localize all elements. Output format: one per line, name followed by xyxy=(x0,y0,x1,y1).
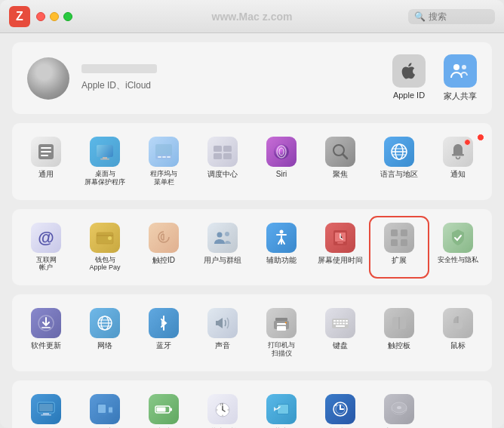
grid-item-users[interactable]: 用户与群组 xyxy=(195,218,250,277)
svg-rect-12 xyxy=(158,156,161,158)
svg-rect-94 xyxy=(278,405,288,414)
grid-item-mouse[interactable]: 鼠标 xyxy=(430,303,486,362)
screentime-icon xyxy=(325,223,355,253)
svg-rect-41 xyxy=(391,229,398,236)
notification-icon xyxy=(443,137,473,167)
svg-rect-13 xyxy=(162,156,166,158)
grid-item-touch[interactable]: 触控ID xyxy=(136,218,192,277)
svg-rect-17 xyxy=(214,153,222,159)
grid-item-spotlight[interactable]: 聚焦 xyxy=(312,132,368,191)
svg-rect-43 xyxy=(391,239,398,246)
system-preferences-window: Z www.Mac z.com 系统偏好设置 🔍 Apple ID、iCloud xyxy=(0,0,504,428)
svg-rect-8 xyxy=(103,157,107,159)
grid-item-security[interactable]: 安全性与隐私 xyxy=(430,218,486,277)
grid-item-bluetooth[interactable]: 蓝牙 xyxy=(136,303,192,362)
apple-id-icon-item[interactable]: Apple ID xyxy=(392,54,426,102)
window-title: 系统偏好设置 xyxy=(223,10,281,23)
search-box[interactable]: 🔍 xyxy=(408,9,495,24)
grid-item-internet[interactable]: @ 互联网帐户 xyxy=(18,218,74,277)
svg-rect-57 xyxy=(277,323,286,325)
grid-item-mission[interactable]: 调度中心 xyxy=(195,132,250,191)
grid-item-battery[interactable]: 电池 xyxy=(136,390,192,428)
svg-point-37 xyxy=(280,229,284,233)
close-button[interactable] xyxy=(36,12,45,21)
grid-item-display[interactable]: 显示器 xyxy=(18,390,74,428)
grid-item-language[interactable]: 语言与地区 xyxy=(371,132,427,191)
svg-point-36 xyxy=(225,232,229,236)
grid-item-software[interactable]: 软件更新 xyxy=(18,303,74,362)
svg-rect-64 xyxy=(346,320,348,322)
mouse-icon xyxy=(443,308,473,338)
desktop-label: 桌面与屏幕保护程序 xyxy=(85,170,125,186)
grid-item-desktop[interactable]: 桌面与屏幕保护程序 xyxy=(77,132,133,191)
svg-rect-3 xyxy=(41,147,51,149)
svg-rect-84 xyxy=(170,408,172,411)
users-label: 用户与群组 xyxy=(204,256,241,265)
grid-item-handoff[interactable]: 随航 xyxy=(77,390,133,428)
grid-item-notification[interactable]: 通知 xyxy=(430,132,486,191)
search-input[interactable] xyxy=(429,11,489,22)
svg-rect-14 xyxy=(167,156,171,158)
svg-rect-16 xyxy=(223,146,232,152)
notification-label: 通知 xyxy=(450,170,466,179)
grid-item-screentime[interactable]: 屏幕使用时间 xyxy=(312,218,368,277)
display-icon xyxy=(31,394,61,424)
spotlight-label: 聚焦 xyxy=(333,170,348,179)
extensions-label: 扩展 xyxy=(392,256,407,265)
siri-label: Siri xyxy=(276,170,287,179)
profile-section: Apple ID、iCloud Apple ID xyxy=(12,42,492,114)
svg-rect-76 xyxy=(39,404,53,411)
grid-item-general[interactable]: 通用 xyxy=(18,132,74,191)
grid-item-extensions[interactable]: 扩展 xyxy=(371,218,427,277)
svg-rect-29 xyxy=(452,154,464,156)
grid-item-keyboard[interactable]: 键盘 xyxy=(312,303,368,362)
trackpad-label: 触控板 xyxy=(388,341,410,350)
family-sharing-icon-box xyxy=(444,54,477,88)
svg-rect-70 xyxy=(336,325,345,327)
network-icon xyxy=(90,308,120,338)
security-label: 安全性与隐私 xyxy=(438,256,478,264)
grid-item-network[interactable]: 网络 xyxy=(77,303,133,362)
grid-item-siri[interactable]: Siri xyxy=(254,132,309,191)
family-sharing-icon-item[interactable]: 家人共享 xyxy=(444,54,477,102)
svg-rect-10 xyxy=(155,144,172,156)
svg-rect-65 xyxy=(333,323,336,325)
grid-item-accessibility[interactable]: 辅助功能 xyxy=(254,218,309,277)
profile-info: Apple ID、iCloud xyxy=(81,64,380,92)
printer-label: 打印机与扫描仪 xyxy=(268,341,295,358)
grid-item-trackpad[interactable]: 触控板 xyxy=(371,303,427,362)
sound-label: 声音 xyxy=(215,341,230,350)
profile-icons: Apple ID 家人共享 xyxy=(392,54,477,102)
svg-rect-40 xyxy=(337,242,343,244)
grid-section-2: @ 互联网帐户 钱包与Apple Pay xyxy=(12,209,492,286)
dock-label: 程序坞与菜单栏 xyxy=(150,170,177,186)
grid-4: 显示器 随航 xyxy=(18,390,486,428)
grid-item-startup[interactable]: 启动磁盘 xyxy=(371,390,427,428)
svg-rect-63 xyxy=(343,320,345,322)
svg-rect-32 xyxy=(108,236,112,240)
maximize-button[interactable] xyxy=(63,12,72,21)
spotlight-icon xyxy=(325,137,355,167)
internet-label: 互联网帐户 xyxy=(36,256,57,273)
avatar[interactable] xyxy=(27,57,69,100)
svg-point-0 xyxy=(453,64,459,70)
language-icon xyxy=(384,137,414,167)
dock-icon xyxy=(149,137,179,167)
grid-item-timemachine[interactable]: 时间机器 xyxy=(312,390,368,428)
grid-1: 通用 桌面与屏幕保护程序 xyxy=(18,132,486,191)
grid-item-sharing[interactable]: 共享 xyxy=(254,390,309,428)
grid-item-sound[interactable]: 声音 xyxy=(195,303,250,362)
grid-item-datetime[interactable]: 17 日期与时间 xyxy=(195,390,250,428)
minimize-button[interactable] xyxy=(50,12,59,21)
svg-rect-5 xyxy=(41,155,48,156)
svg-rect-61 xyxy=(337,320,339,322)
extensions-icon xyxy=(384,223,414,253)
grid-item-printer[interactable]: 打印机与扫描仪 xyxy=(254,303,309,362)
general-label: 通用 xyxy=(38,170,54,179)
profile-name-blur xyxy=(81,64,157,73)
timemachine-icon xyxy=(325,394,355,424)
grid-item-wallet[interactable]: 钱包与Apple Pay xyxy=(77,218,133,277)
svg-line-23 xyxy=(343,154,347,159)
grid-item-dock[interactable]: 程序坞与菜单栏 xyxy=(136,132,192,191)
profile-subtitle: Apple ID、iCloud xyxy=(81,79,380,92)
